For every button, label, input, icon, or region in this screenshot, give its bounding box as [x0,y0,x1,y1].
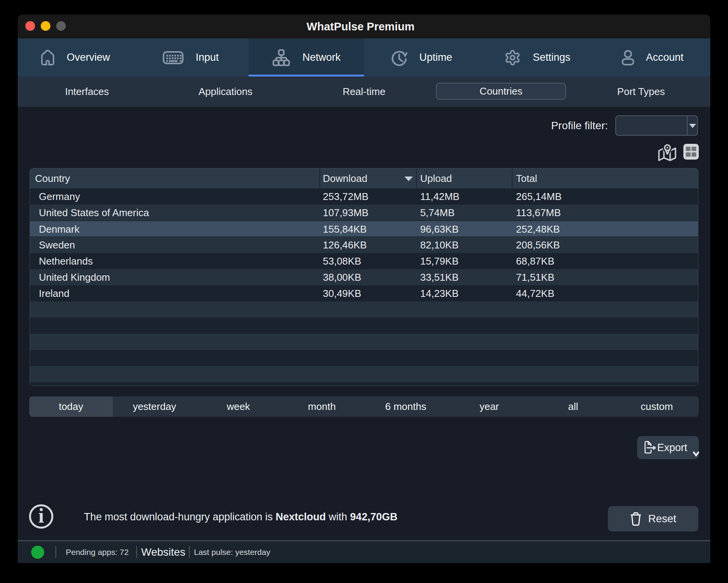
svg-text:i: i [38,504,44,527]
